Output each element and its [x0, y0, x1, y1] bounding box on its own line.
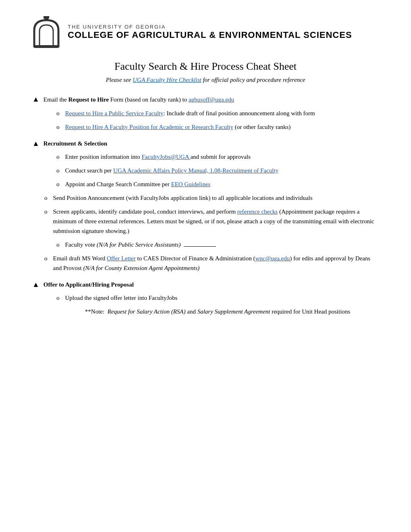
sub-bullet-1: o: [56, 108, 60, 118]
section2-sub-items: o Enter position information into Facult…: [56, 152, 379, 189]
subtitle: Please see UGA Faculty Hire Checklist fo…: [32, 77, 379, 83]
sub-item-3-text: Enter position information into FacultyJ…: [65, 152, 251, 162]
uga-checklist-link[interactable]: UGA Faculty Hire Checklist: [133, 77, 201, 83]
sub-bullet-9: o: [44, 254, 48, 263]
inline-bullet-offer-letter: o Email draft MS Word Offer Letter to CA…: [44, 254, 379, 273]
bullet-icon-2: ▲: [32, 139, 39, 148]
sub-item-1-text: Request to Hire a Public Service Faculty…: [65, 108, 315, 118]
request-to-hire-bold: Request to Hire: [68, 96, 109, 103]
sub-bullet-10: o: [56, 293, 60, 303]
facultyjobs-link[interactable]: FacultyJobs@UGA: [141, 154, 190, 160]
main-bullet-1: ▲ Email the Request to Hire Form (based …: [32, 95, 379, 104]
sub-bullet-2: o: [56, 122, 60, 132]
public-service-faculty-link[interactable]: Request to Hire a Public Service Faculty: [65, 110, 164, 116]
sub-item-7-text: Screen applicants, identify candidate po…: [53, 207, 379, 236]
sub-bullet-3: o: [56, 152, 60, 162]
uga-logo: [32, 16, 60, 48]
reference-checks-link[interactable]: reference checks: [237, 208, 278, 215]
subtitle-text: Please see: [106, 77, 133, 83]
academic-affairs-policy-link[interactable]: UGA Academic Affairs Policy Manual, 1.08…: [113, 167, 278, 174]
wnc-email-link[interactable]: wnc@uga.edu: [255, 255, 290, 262]
svg-rect-2: [34, 45, 58, 48]
svg-rect-0: [44, 16, 49, 19]
sub-item-facultyjobs: o Enter position information into Facult…: [56, 152, 379, 162]
section-recruitment-selection: ▲ Recruitment & Selection o Enter positi…: [32, 139, 379, 273]
sub-bullet-7: o: [44, 207, 48, 216]
subtitle-suffix: for official policy and procedure refere…: [201, 77, 305, 83]
agbusoff-email-link[interactable]: agbusoff@uga.edu: [189, 96, 234, 103]
sub-item-8-text: Faculty vote (N/A for Public Service Ass…: [65, 240, 216, 249]
offer-letter-link[interactable]: Offer Letter: [107, 255, 136, 262]
blank-line: [184, 246, 216, 247]
page-header: THE UNIVERSITY OF GEORGIA COLLEGE OF AGR…: [32, 16, 379, 48]
sub-item-public-service: o Request to Hire a Public Service Facul…: [56, 108, 379, 118]
offer-heading-text: Offer to Applicant/Hiring Proposal: [44, 281, 134, 288]
sub-item-conduct-search: o Conduct search per UGA Academic Affair…: [56, 166, 379, 175]
recruitment-heading: ▲ Recruitment & Selection: [32, 139, 379, 148]
academic-research-faculty-link[interactable]: Request to Hire A Faculty Position for A…: [65, 124, 233, 130]
sub-item-faculty-vote: o Faculty vote (N/A for Public Service A…: [56, 240, 379, 249]
bullet-icon-1: ▲: [32, 95, 39, 104]
section-offer-applicant: ▲ Offer to Applicant/Hiring Proposal o U…: [32, 280, 379, 316]
university-name: THE UNIVERSITY OF GEORGIA: [68, 24, 352, 30]
ssa-italic: Salary Supplement Agreement: [197, 308, 270, 315]
sub-item-2-text: Request to Hire A Faculty Position for A…: [65, 122, 291, 132]
sub-item-4-text: Conduct search per UGA Academic Affairs …: [65, 166, 279, 175]
sub-item-search-committee: o Appoint and Charge Search Committee pe…: [56, 179, 379, 189]
eeo-guidelines-link[interactable]: EEO Guidelines: [171, 181, 211, 187]
section1-sub-items: o Request to Hire a Public Service Facul…: [56, 108, 379, 132]
sub-item-upload-offer: o Upload the signed offer letter into Fa…: [56, 293, 379, 303]
sub-item-10-text: Upload the signed offer letter into Facu…: [65, 293, 178, 303]
college-name: COLLEGE OF AGRICULTURAL & ENVIRONMENTAL …: [68, 30, 352, 40]
sub-item-5-text: Appoint and Charge Search Committee per …: [65, 179, 211, 189]
sub-bullet-4: o: [56, 166, 60, 175]
offer-letter-italic: (N/A for County Extension Agent Appointm…: [83, 265, 200, 271]
university-title-block: THE UNIVERSITY OF GEORGIA COLLEGE OF AGR…: [68, 24, 352, 40]
bullet-icon-3: ▲: [32, 281, 39, 289]
sub-item-6-text: Send Position Announcement (with Faculty…: [53, 193, 313, 203]
recruitment-heading-text: Recruitment & Selection: [44, 140, 107, 147]
inline-bullet-screen: o Screen applicants, identify candidate …: [44, 207, 379, 236]
offer-heading: ▲ Offer to Applicant/Hiring Proposal: [32, 280, 379, 289]
main-bullet-1-text: Email the Request to Hire Form (based on…: [44, 95, 234, 104]
rsa-italic: Request for Salary Action (RSA): [108, 308, 186, 315]
page-title: Faculty Search & Hire Process Cheat Shee…: [32, 60, 379, 73]
sub-item-academic-research: o Request to Hire A Faculty Position for…: [56, 122, 379, 132]
section2-sub-items-2: o Faculty vote (N/A for Public Service A…: [56, 240, 379, 249]
section-request-to-hire: ▲ Email the Request to Hire Form (based …: [32, 95, 379, 132]
section3-sub-items: o Upload the signed offer letter into Fa…: [56, 293, 379, 303]
sub-bullet-5: o: [56, 179, 60, 189]
faculty-vote-italic: (N/A for Public Service Assistants): [97, 241, 181, 248]
sub-item-9-text: Email draft MS Word Offer Letter to CAES…: [53, 254, 379, 273]
sub-bullet-8: o: [56, 240, 60, 249]
inline-bullet-announcement: o Send Position Announcement (with Facul…: [44, 193, 379, 203]
note-rsa: **Note: Request for Salary Action (RSA) …: [56, 307, 379, 316]
sub-bullet-6: o: [44, 193, 48, 203]
